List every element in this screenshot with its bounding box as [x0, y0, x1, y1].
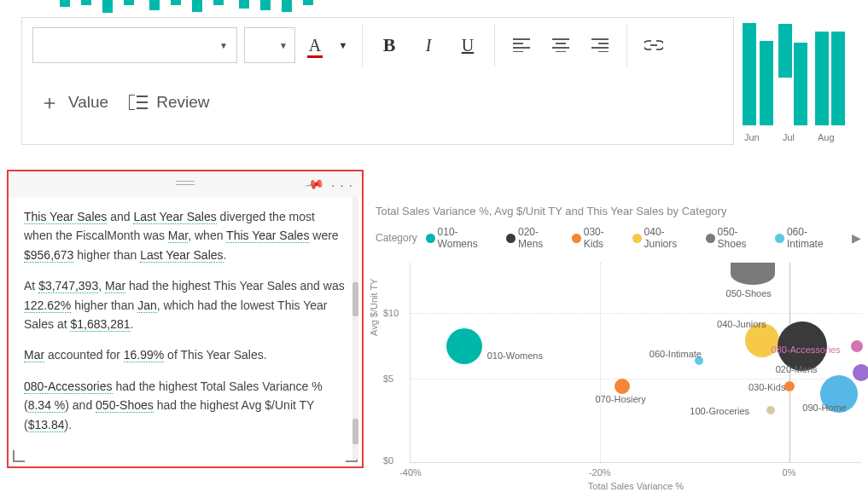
more-options-icon[interactable]: · · ·	[331, 177, 353, 192]
bubble-label: 010-Womens	[487, 350, 543, 361]
plus-icon: ＋	[39, 89, 60, 116]
legend-item[interactable]: 050-Shoes	[706, 226, 766, 250]
italic-button[interactable]: I	[412, 27, 445, 63]
font-color-button[interactable]: A	[302, 27, 328, 63]
font-size-select[interactable]: ▼	[244, 27, 295, 63]
review-button[interactable]: Review	[129, 93, 209, 112]
legend-item[interactable]: 010-Womens	[426, 226, 498, 250]
narrative-text[interactable]: This Year Sales and Last Year Sales dive…	[9, 197, 362, 466]
x-tick: -40%	[399, 467, 422, 478]
value-label: Value	[68, 93, 108, 112]
bubble-accessories[interactable]	[851, 340, 863, 352]
bubble-label: 060-Intimate	[650, 349, 702, 359]
y-tick: $10	[383, 308, 399, 318]
review-label: Review	[156, 93, 209, 112]
legend-item[interactable]: 020-Mens	[506, 226, 563, 250]
add-value-button[interactable]: ＋Value	[39, 89, 108, 116]
legend-item[interactable]: 040-Juniors	[632, 226, 697, 250]
underline-button[interactable]: U	[451, 27, 484, 63]
month-label-jul: Jul	[783, 132, 795, 142]
align-left-button[interactable]	[505, 27, 538, 63]
bubble-label: 080-Accessories	[771, 345, 840, 355]
bubble-shoes[interactable]	[731, 263, 775, 285]
chart-title: Total Sales Variance %, Avg $/Unit TY an…	[376, 205, 861, 217]
list-icon	[129, 95, 148, 110]
bold-button[interactable]: B	[373, 27, 405, 63]
bubble-label: 040-Juniors	[717, 319, 766, 329]
link-button[interactable]	[638, 27, 670, 63]
chart-legend: Category 010-Womens 020-Mens 030-Kids 04…	[376, 226, 861, 250]
smart-narrative-visual[interactable]: 📌 · · · This Year Sales and Last Year Sa…	[7, 170, 364, 468]
chart-plot-area[interactable]: $10 $5 $0 -40% -20% 0% Total Sales Varia…	[410, 263, 861, 463]
month-label-jun: Jun	[744, 132, 760, 142]
text-formatting-toolbar: ▼ ▼ A ▼ B I U ＋Value Review	[21, 17, 734, 145]
y-tick: $0	[383, 455, 393, 466]
bubble-groceries[interactable]	[766, 406, 775, 414]
x-tick: -20%	[589, 467, 611, 478]
chevron-down-icon: ▼	[219, 41, 228, 50]
align-right-button[interactable]	[584, 27, 616, 63]
legend-item[interactable]: 030-Kids	[572, 226, 624, 250]
chevron-down-icon: ▼	[279, 41, 288, 50]
bubble-label: 030-Kids	[749, 382, 785, 392]
legend-item[interactable]: 060-Intimate	[775, 226, 843, 250]
scatter-chart-visual[interactable]: Total Sales Variance %, Avg $/Unit TY an…	[376, 205, 861, 491]
bubble-label: 020-Mens	[776, 364, 818, 374]
visual-header: 📌 · · ·	[9, 171, 362, 197]
x-tick: 0%	[783, 467, 796, 478]
font-family-select[interactable]: ▼	[32, 27, 237, 63]
bubble-womens[interactable]	[446, 328, 482, 364]
legend-scroll-right-icon[interactable]: ▶	[852, 231, 861, 245]
x-axis-label: Total Sales Variance %	[588, 481, 684, 491]
bubble-label: 100-Groceries	[690, 406, 749, 416]
align-center-button[interactable]	[545, 27, 577, 63]
drag-handle-icon[interactable]	[176, 178, 195, 188]
bubble-unknown[interactable]	[853, 364, 868, 381]
month-label-aug: Aug	[818, 132, 835, 142]
pin-icon[interactable]: 📌	[304, 173, 326, 195]
bubble-label: 090-Home	[802, 402, 846, 413]
bubble-hosiery[interactable]	[615, 379, 630, 394]
bubble-label: 070-Hosiery	[595, 394, 645, 404]
bubble-label: 050-Shoes	[726, 288, 772, 298]
y-axis-label: Avg $/Unit TY	[369, 279, 379, 336]
font-color-dropdown[interactable]: ▼	[335, 27, 352, 63]
legend-field-label: Category	[376, 232, 417, 244]
y-tick: $5	[383, 374, 393, 384]
